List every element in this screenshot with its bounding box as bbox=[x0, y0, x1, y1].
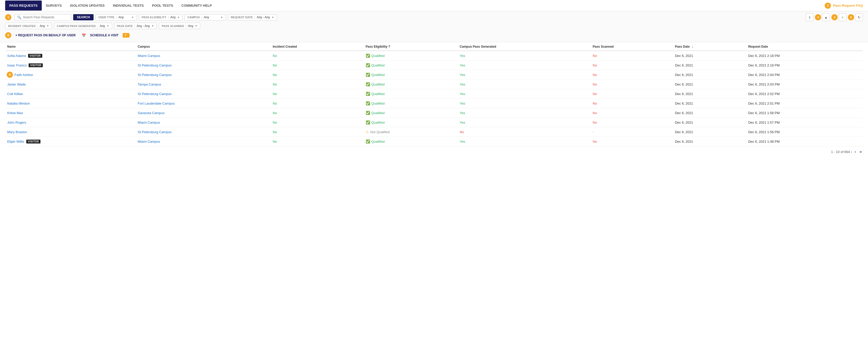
next-page-button[interactable]: › bbox=[854, 149, 857, 155]
pass-eligibility-value: ✅ Qualified bbox=[366, 92, 456, 96]
campus-value[interactable]: Sarasota Campus bbox=[137, 111, 164, 115]
campus-value[interactable]: Miami Campus bbox=[137, 54, 160, 58]
filter-icon[interactable]: ▲ bbox=[822, 13, 830, 21]
pass-scanned-value: No bbox=[593, 140, 597, 143]
incident-created-value: No bbox=[273, 82, 277, 86]
campus-value[interactable]: St Petersburg Campus bbox=[137, 63, 172, 67]
qualified-label: Qualified bbox=[371, 82, 384, 86]
incident-created-filter[interactable]: INCIDENT CREATED | Any ▼ bbox=[5, 23, 52, 29]
campus-value[interactable]: Fort Lauderdale Campus bbox=[137, 101, 175, 105]
request-pass-button[interactable]: + REQUEST PASS ON BEHALF OF USER bbox=[16, 33, 75, 37]
name-link[interactable]: Faith Ashton bbox=[14, 73, 33, 77]
campus-value[interactable]: Miami Campus bbox=[137, 140, 160, 143]
nav-community-help[interactable]: COMMUNITY HELP bbox=[177, 1, 216, 10]
table-row: Colt Killian St Petersburg CampusNo ✅ Qu… bbox=[5, 89, 863, 99]
request-date-filter[interactable]: REQUEST DATE | Any - Any ▼ bbox=[228, 14, 277, 21]
nav-surveys[interactable]: SURVEYS bbox=[42, 1, 66, 10]
name-link[interactable]: Natalia Weston bbox=[7, 101, 30, 105]
campus-pass-value: Any bbox=[100, 24, 105, 28]
pass-eligibility-filter[interactable]: PASS ELIGIBILITY | Any ▼ bbox=[139, 14, 183, 21]
pass-date-value: Any - Any bbox=[136, 24, 150, 28]
col-incident-created: Incident Created bbox=[271, 42, 364, 51]
incident-created-value: Any bbox=[40, 24, 45, 28]
name-link[interactable]: John Rogers bbox=[7, 121, 26, 125]
pass-date-value: Dec 6, 2021 bbox=[675, 121, 693, 125]
pass-date-value: Dec 6, 2021 bbox=[675, 140, 693, 143]
qualified-icon: ✅ bbox=[366, 92, 370, 96]
campus-value[interactable]: St Petersburg Campus bbox=[137, 73, 172, 77]
pass-date-value: Dec 6, 2021 bbox=[675, 63, 693, 67]
name-link[interactable]: Elijah Willis bbox=[7, 140, 24, 143]
pass-eligibility-arrow: ▼ bbox=[177, 16, 180, 19]
col-campus: Campus bbox=[135, 42, 271, 51]
visitor-badge: VISITOR bbox=[26, 140, 40, 143]
campus-pass-generated-value: Yes bbox=[460, 54, 465, 58]
download-icon[interactable]: ⇓ bbox=[806, 13, 813, 21]
pass-scanned-value: No bbox=[593, 121, 597, 125]
name-link[interactable]: Isaac Franco bbox=[7, 63, 27, 67]
nav-pass-requests[interactable]: PASS REQUESTS bbox=[5, 1, 42, 10]
pass-scanned-filter[interactable]: PASS SCANNED | Any ▼ bbox=[159, 23, 200, 29]
qualified-label: Qualified bbox=[371, 140, 384, 143]
request-date-value: Dec 6, 2021 1:57 PM bbox=[748, 121, 780, 125]
name-link[interactable]: Sofia Adams bbox=[7, 54, 26, 58]
name-cell: Khloe Max bbox=[7, 111, 133, 115]
incident-created-value: No bbox=[273, 63, 277, 67]
qualified-icon: ✅ bbox=[366, 111, 370, 115]
user-type-filter[interactable]: USER TYPE | Any ▼ bbox=[96, 14, 137, 21]
pass-scanned-value: No bbox=[593, 63, 597, 67]
name-link[interactable]: Javier Wade bbox=[7, 82, 26, 86]
schedule-visit-button[interactable]: SCHEDULE A VISIT bbox=[90, 33, 118, 37]
table-row: Isaac Franco VISITOR St Petersburg Campu… bbox=[5, 61, 863, 70]
name-cell: Mary Braxton bbox=[7, 130, 133, 134]
pass-date-value: Dec 6, 2021 bbox=[675, 130, 693, 134]
campus-pass-filter[interactable]: CAMPUS PASS GENERATED | Any ▼ bbox=[54, 23, 112, 29]
refresh-icon[interactable]: ↻ bbox=[855, 13, 863, 21]
filter-section: 1 🔍 SEARCH USER TYPE | Any ▼ PASS ELIGIB… bbox=[0, 11, 868, 42]
qualified-label: Qualified bbox=[371, 101, 384, 105]
qualified-label: Qualified bbox=[371, 121, 384, 125]
sort-icon: ↓ bbox=[692, 45, 693, 48]
qualified-icon: ✅ bbox=[366, 139, 370, 143]
last-page-button[interactable]: » bbox=[859, 149, 863, 155]
campus-pass-generated-value: Yes bbox=[460, 73, 465, 77]
pass-eligibility-value: ✅ Qualified bbox=[366, 120, 456, 125]
qualified-label: Qualified bbox=[371, 63, 384, 67]
campus-value[interactable]: St Petersburg Campus bbox=[137, 92, 172, 96]
table-body: Sofia Adams VISITOR Miami CampusNo ✅ Qua… bbox=[5, 51, 863, 146]
search-button[interactable]: SEARCH bbox=[73, 14, 94, 20]
qualified-icon: ✅ bbox=[366, 82, 370, 86]
campus-pass-generated-value: Yes bbox=[460, 121, 465, 125]
faq-link[interactable]: Pass Request FAQ bbox=[833, 4, 863, 7]
pass-eligibility-value: ✅ Qualified bbox=[366, 111, 456, 115]
user-type-label: USER TYPE bbox=[98, 16, 115, 19]
name-link[interactable]: Khloe Max bbox=[7, 111, 23, 115]
name-link[interactable]: Colt Killian bbox=[7, 92, 23, 96]
campus-filter[interactable]: CAMPUS | Any ▼ bbox=[185, 14, 226, 21]
nav-individual-tests[interactable]: INDIVIDUAL TESTS bbox=[109, 1, 148, 10]
pass-date-filter[interactable]: PASS DATE | Any - Any ▼ bbox=[114, 23, 157, 29]
pass-eligibility-value: ✅ Qualified bbox=[366, 101, 456, 105]
pass-scanned-label: PASS SCANNED bbox=[162, 25, 184, 28]
name-link[interactable]: Mary Braxton bbox=[7, 130, 27, 134]
funnel-icon[interactable]: ▿ bbox=[839, 13, 846, 21]
annotation-badge-7: 7 bbox=[123, 33, 130, 38]
nav-isolation-updates[interactable]: ISOLATION UPDATES bbox=[66, 1, 109, 10]
pass-date-arrow: ▼ bbox=[152, 25, 154, 27]
campus-value[interactable]: Tampa Campus bbox=[137, 82, 161, 86]
request-date-value: Dec 6, 2021 1:58 PM bbox=[748, 111, 780, 115]
campus-pass-generated-value: Yes bbox=[460, 101, 465, 105]
pass-date-label: PASS DATE bbox=[117, 25, 133, 28]
campus-pass-generated-value: Yes bbox=[460, 140, 465, 143]
schedule-visit-label: SCHEDULE A VISIT bbox=[90, 33, 118, 37]
pass-scanned-value: No bbox=[593, 54, 597, 58]
campus-value[interactable]: Miami Campus bbox=[137, 121, 160, 125]
name-cell: Javier Wade bbox=[7, 82, 133, 86]
col-pass-eligibility: Pass Eligibility ? bbox=[364, 42, 458, 51]
pass-eligibility-value: Any bbox=[170, 15, 176, 19]
campus-value[interactable]: St Petersburg Campus bbox=[137, 130, 172, 134]
nav-pool-tests[interactable]: POOL TESTS bbox=[148, 1, 177, 10]
search-input[interactable] bbox=[23, 15, 62, 19]
col-pass-date[interactable]: Pass Date ↓ bbox=[673, 42, 746, 51]
qualified-icon: ✅ bbox=[366, 101, 370, 105]
